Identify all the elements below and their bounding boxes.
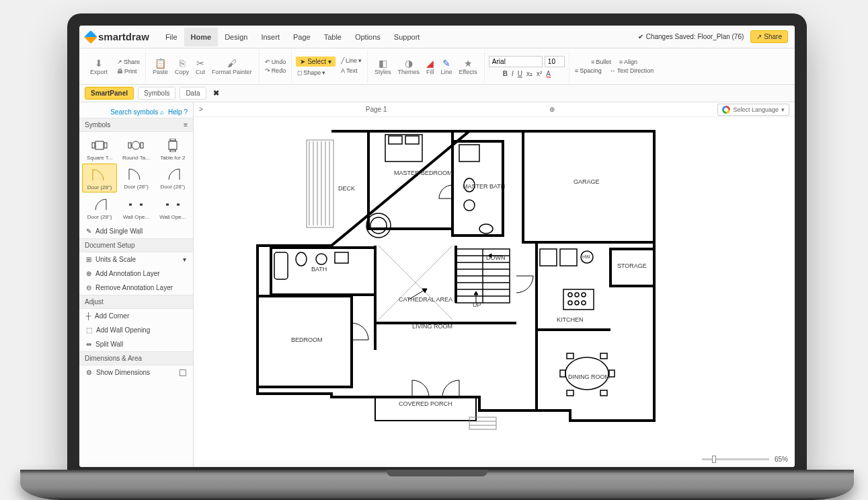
remove-annotation-layer-button[interactable]: ⊖Remove Annotation Layer xyxy=(79,281,193,295)
svg-rect-7 xyxy=(170,139,175,141)
paste-button[interactable]: 📋Paste xyxy=(150,58,171,75)
units-scale-button[interactable]: ⊞Units & Scale▾ xyxy=(79,252,193,266)
symbol-wall-opening-2[interactable]: Wall Ope... xyxy=(155,194,190,221)
top-menubar: smartdraw File Home Design Insert Page T… xyxy=(79,26,795,48)
zoom-value: 65% xyxy=(775,456,788,463)
add-corner-button[interactable]: ┼Add Corner xyxy=(79,309,193,323)
shape-tool-button[interactable]: ◻ Shape ▾ xyxy=(296,69,336,77)
share-small-button[interactable]: ↗ Share xyxy=(116,58,141,66)
line-tool-button[interactable]: ╱ Line ▾ xyxy=(340,57,363,65)
bold-button[interactable]: B xyxy=(503,70,508,77)
menu-file[interactable]: File xyxy=(159,28,184,46)
cut-button[interactable]: ✂Cut xyxy=(193,58,208,75)
menu-support[interactable]: Support xyxy=(387,28,427,46)
text-tool-button[interactable]: A Text xyxy=(340,67,363,75)
svg-rect-40 xyxy=(600,390,607,396)
italic-button[interactable]: I xyxy=(512,70,514,77)
menu-page[interactable]: Page xyxy=(286,28,317,46)
menu-design[interactable]: Design xyxy=(218,28,254,46)
menu-icon[interactable]: ≡ xyxy=(184,121,188,129)
print-button[interactable]: 🖶 Print xyxy=(116,67,141,75)
layer-minus-icon: ⊖ xyxy=(86,284,91,291)
align-button[interactable]: ≡ Align xyxy=(618,58,639,66)
label-bath: BATH xyxy=(311,266,327,273)
themes-button[interactable]: ◑Themes xyxy=(395,58,422,75)
label-garage: GARAGE xyxy=(574,178,600,185)
undo-button[interactable]: ↶ Undo xyxy=(264,58,288,66)
prev-page-button[interactable]: > xyxy=(199,106,203,113)
canvas-area[interactable]: > Page 1 ⊕ Select Language▾ xyxy=(194,102,795,467)
subscript-button[interactable]: x₂ xyxy=(526,70,532,77)
redo-button[interactable]: ↷ Redo xyxy=(264,67,288,75)
zoom-slider[interactable] xyxy=(702,458,769,460)
export-button[interactable]: ⬇Export xyxy=(87,58,110,75)
styles-button[interactable]: ◧Styles xyxy=(372,58,394,75)
language-selector[interactable]: Select Language▾ xyxy=(717,104,789,116)
svg-rect-42 xyxy=(609,370,615,377)
symbol-door-1[interactable]: Door (28") xyxy=(82,164,117,192)
label-deck: DECK xyxy=(338,185,355,192)
menu-home[interactable]: Home xyxy=(184,28,219,46)
spacing-button[interactable]: ≡ Spacing xyxy=(574,67,603,75)
svg-rect-38 xyxy=(600,353,607,359)
select-tool-button[interactable]: ➤ Select ▾ xyxy=(296,57,336,67)
svg-point-50 xyxy=(568,301,572,305)
floorplan-drawing[interactable]: DECK MASTER BEDROOM MASTER BATH GARAGE B… xyxy=(234,121,664,424)
svg-rect-33 xyxy=(469,417,496,429)
copy-button[interactable]: ⎘Copy xyxy=(172,58,192,75)
svg-rect-6 xyxy=(169,141,177,149)
svg-point-54 xyxy=(296,252,307,266)
add-wall-opening-button[interactable]: ⬚Add Wall Opening xyxy=(79,323,193,337)
tab-symbols[interactable]: Symbols xyxy=(138,87,175,100)
gear-icon: ⚙ xyxy=(86,369,92,376)
show-dimensions-toggle[interactable]: ⚙Show Dimensions xyxy=(79,365,193,380)
tab-smartpanel[interactable]: SmartPanel xyxy=(85,87,134,100)
symbol-door-2[interactable]: Door (28") xyxy=(118,164,153,192)
menu-options[interactable]: Options xyxy=(348,28,387,46)
label-cathedral: CATHEDRAL AREA xyxy=(399,296,452,303)
layer-plus-icon: ⊕ xyxy=(86,270,91,277)
label-storage: STORAGE xyxy=(617,262,647,269)
svg-point-60 xyxy=(479,224,493,234)
superscript-button[interactable]: x² xyxy=(537,70,542,77)
symbol-wall-opening-1[interactable]: Wall Ope... xyxy=(118,194,153,221)
fill-button[interactable]: ◢Fill xyxy=(424,58,437,75)
add-page-button[interactable]: ⊕ xyxy=(549,106,555,113)
svg-point-51 xyxy=(575,301,579,305)
svg-point-48 xyxy=(575,293,579,297)
split-wall-button[interactable]: ⇹Split Wall xyxy=(79,337,193,351)
help-link[interactable]: Help ? xyxy=(168,108,188,116)
adjust-header: Adjust xyxy=(79,295,193,309)
add-annotation-layer-button[interactable]: ⊕Add Annotation Layer xyxy=(79,266,193,281)
symbol-square-table[interactable]: Square T... xyxy=(82,135,117,162)
opening-icon: ⬚ xyxy=(86,326,92,334)
symbol-round-table[interactable]: Round Ta... xyxy=(118,135,153,162)
search-symbols-link[interactable]: Search symbols ⌕ xyxy=(110,108,164,116)
menu-insert[interactable]: Insert xyxy=(254,28,286,46)
tab-data[interactable]: Data xyxy=(180,87,206,100)
symbol-table-for-2[interactable]: Table for 2 xyxy=(155,135,190,162)
svg-rect-5 xyxy=(141,143,143,148)
menu-table[interactable]: Table xyxy=(317,28,348,46)
bullet-button[interactable]: ≡ Bullet xyxy=(590,58,613,66)
panel-close-button[interactable]: ✖ xyxy=(210,89,222,98)
font-size-select[interactable] xyxy=(545,56,565,67)
app-logo: smartdraw xyxy=(86,31,149,42)
underline-button[interactable]: U xyxy=(518,70,522,77)
format-painter-button[interactable]: 🖌Format Painter xyxy=(209,58,255,75)
text-direction-button[interactable]: ↔ Text Direction xyxy=(608,67,656,75)
svg-rect-44 xyxy=(560,249,577,266)
font-color-button[interactable]: A xyxy=(546,70,551,77)
line-style-button[interactable]: ✎Line xyxy=(438,58,455,75)
symbol-door-3[interactable]: Door (28") xyxy=(155,164,190,192)
symbols-section-header: Symbols≡ xyxy=(79,118,193,132)
effects-button[interactable]: ★Effects xyxy=(457,58,480,75)
main-menu: File Home Design Insert Page Table Optio… xyxy=(159,28,427,46)
symbol-door-4[interactable]: Door (28") xyxy=(82,194,117,221)
add-single-wall-button[interactable]: ✎Add Single Wall xyxy=(79,224,193,238)
label-down: DOWN xyxy=(486,254,506,261)
font-family-select[interactable] xyxy=(489,56,543,67)
share-button[interactable]: ↗Share xyxy=(750,30,788,43)
svg-rect-57 xyxy=(459,145,479,162)
zoom-control: 65% xyxy=(702,456,788,463)
